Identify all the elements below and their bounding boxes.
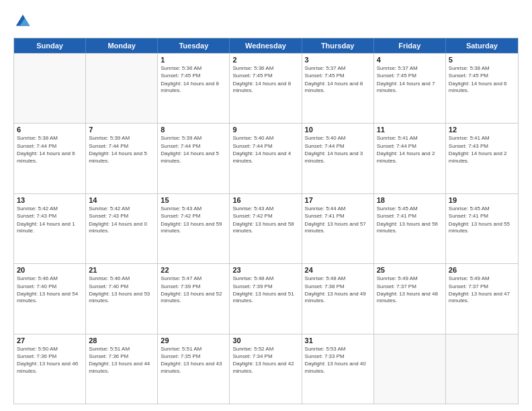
calendar-header: SundayMondayTuesdayWednesdayThursdayFrid… <box>14 38 518 53</box>
calendar: SundayMondayTuesdayWednesdayThursdayFrid… <box>13 38 519 404</box>
sunrise-text: Sunrise: 5:49 AM <box>449 275 515 282</box>
day-cell-17: 17Sunrise: 5:44 AMSunset: 7:41 PMDayligh… <box>302 194 374 263</box>
sunset-text: Sunset: 7:44 PM <box>89 143 154 150</box>
sunset-text: Sunset: 7:44 PM <box>377 143 443 150</box>
empty-cell <box>86 54 158 123</box>
empty-cell <box>446 334 518 404</box>
day-cell-22: 22Sunrise: 5:47 AMSunset: 7:39 PMDayligh… <box>158 264 230 333</box>
day-number: 27 <box>17 336 83 345</box>
day-cell-4: 4Sunrise: 5:37 AMSunset: 7:45 PMDaylight… <box>374 54 446 123</box>
sunset-text: Sunset: 7:44 PM <box>305 143 371 150</box>
day-number: 21 <box>89 266 154 274</box>
header-day-thursday: Thursday <box>302 38 374 53</box>
sunset-text: Sunset: 7:40 PM <box>89 283 154 290</box>
sunset-text: Sunset: 7:44 PM <box>232 143 298 150</box>
daylight-text: Daylight: 13 hours and 54 minutes. <box>17 291 83 305</box>
day-number: 20 <box>17 266 83 274</box>
day-number: 5 <box>449 56 515 64</box>
daylight-text: Daylight: 14 hours and 1 minute. <box>17 221 83 235</box>
day-number: 9 <box>232 126 298 134</box>
sunset-text: Sunset: 7:41 PM <box>449 213 515 220</box>
sunset-text: Sunset: 7:36 PM <box>17 353 83 360</box>
daylight-text: Daylight: 13 hours and 53 minutes. <box>89 291 154 305</box>
daylight-text: Daylight: 13 hours and 42 minutes. <box>232 361 298 375</box>
daylight-text: Daylight: 13 hours and 57 minutes. <box>305 221 371 235</box>
daylight-text: Daylight: 14 hours and 5 minutes. <box>161 150 226 165</box>
sunset-text: Sunset: 7:45 PM <box>305 73 371 79</box>
day-cell-20: 20Sunrise: 5:46 AMSunset: 7:40 PMDayligh… <box>14 264 86 333</box>
sunrise-text: Sunrise: 5:48 AM <box>232 275 298 282</box>
daylight-text: Daylight: 14 hours and 2 minutes. <box>377 150 443 165</box>
sunset-text: Sunset: 7:35 PM <box>161 353 226 360</box>
page: SundayMondayTuesdayWednesdayThursdayFrid… <box>0 0 532 411</box>
day-number: 10 <box>305 126 371 134</box>
sunset-text: Sunset: 7:43 PM <box>17 213 83 220</box>
day-cell-12: 12Sunrise: 5:41 AMSunset: 7:43 PMDayligh… <box>446 124 518 193</box>
sunrise-text: Sunrise: 5:45 AM <box>377 205 443 212</box>
sunrise-text: Sunrise: 5:38 AM <box>17 135 83 142</box>
daylight-text: Daylight: 14 hours and 6 minutes. <box>17 150 83 165</box>
sunset-text: Sunset: 7:37 PM <box>449 283 515 290</box>
daylight-text: Daylight: 13 hours and 56 minutes. <box>377 221 443 235</box>
sunset-text: Sunset: 7:45 PM <box>449 73 515 79</box>
sunrise-text: Sunrise: 5:50 AM <box>17 346 83 353</box>
sunset-text: Sunset: 7:42 PM <box>232 213 298 220</box>
day-number: 30 <box>232 336 298 345</box>
day-number: 31 <box>305 336 371 345</box>
sunset-text: Sunset: 7:45 PM <box>377 73 443 79</box>
day-cell-23: 23Sunrise: 5:48 AMSunset: 7:39 PMDayligh… <box>230 264 302 333</box>
daylight-text: Daylight: 14 hours and 4 minutes. <box>232 150 298 165</box>
day-number: 12 <box>449 126 515 134</box>
header-day-friday: Friday <box>374 38 446 53</box>
day-cell-8: 8Sunrise: 5:39 AMSunset: 7:44 PMDaylight… <box>158 124 230 193</box>
day-number: 6 <box>17 126 83 134</box>
sunset-text: Sunset: 7:41 PM <box>305 213 371 220</box>
logo <box>13 12 35 31</box>
day-number: 23 <box>232 266 298 274</box>
sunrise-text: Sunrise: 5:38 AM <box>449 65 515 72</box>
day-number: 28 <box>89 336 154 345</box>
day-number: 3 <box>305 56 371 64</box>
daylight-text: Daylight: 14 hours and 8 minutes. <box>232 81 298 95</box>
sunrise-text: Sunrise: 5:46 AM <box>17 275 83 282</box>
day-number: 26 <box>449 266 515 274</box>
day-cell-19: 19Sunrise: 5:45 AMSunset: 7:41 PMDayligh… <box>446 194 518 263</box>
day-cell-10: 10Sunrise: 5:40 AMSunset: 7:44 PMDayligh… <box>302 124 374 193</box>
day-cell-21: 21Sunrise: 5:46 AMSunset: 7:40 PMDayligh… <box>86 264 158 333</box>
sunrise-text: Sunrise: 5:44 AM <box>305 205 371 212</box>
header <box>13 12 519 31</box>
day-cell-1: 1Sunrise: 5:36 AMSunset: 7:45 PMDaylight… <box>158 54 230 123</box>
sunset-text: Sunset: 7:41 PM <box>377 213 443 220</box>
day-number: 8 <box>161 126 226 134</box>
header-day-saturday: Saturday <box>446 38 518 53</box>
day-cell-16: 16Sunrise: 5:43 AMSunset: 7:42 PMDayligh… <box>230 194 302 263</box>
day-number: 2 <box>232 56 298 64</box>
sunset-text: Sunset: 7:45 PM <box>161 73 226 79</box>
day-cell-28: 28Sunrise: 5:51 AMSunset: 7:36 PMDayligh… <box>86 334 158 404</box>
sunset-text: Sunset: 7:43 PM <box>89 213 154 220</box>
daylight-text: Daylight: 13 hours and 43 minutes. <box>161 361 226 375</box>
day-number: 15 <box>161 196 226 204</box>
sunrise-text: Sunrise: 5:53 AM <box>305 346 371 353</box>
day-cell-15: 15Sunrise: 5:43 AMSunset: 7:42 PMDayligh… <box>158 194 230 263</box>
day-number: 22 <box>161 266 226 274</box>
sunset-text: Sunset: 7:36 PM <box>89 353 154 360</box>
day-number: 18 <box>377 196 443 204</box>
week-row-2: 6Sunrise: 5:38 AMSunset: 7:44 PMDaylight… <box>14 123 518 193</box>
daylight-text: Daylight: 13 hours and 55 minutes. <box>449 221 515 235</box>
sunrise-text: Sunrise: 5:41 AM <box>377 135 443 142</box>
sunrise-text: Sunrise: 5:39 AM <box>89 135 154 142</box>
day-cell-14: 14Sunrise: 5:42 AMSunset: 7:43 PMDayligh… <box>86 194 158 263</box>
day-number: 4 <box>377 56 443 64</box>
sunrise-text: Sunrise: 5:37 AM <box>305 65 371 72</box>
header-day-tuesday: Tuesday <box>158 38 230 53</box>
sunrise-text: Sunrise: 5:43 AM <box>232 205 298 212</box>
day-cell-13: 13Sunrise: 5:42 AMSunset: 7:43 PMDayligh… <box>14 194 86 263</box>
sunrise-text: Sunrise: 5:47 AM <box>161 275 226 282</box>
daylight-text: Daylight: 13 hours and 40 minutes. <box>305 361 371 375</box>
daylight-text: Daylight: 13 hours and 44 minutes. <box>89 361 154 375</box>
week-row-4: 20Sunrise: 5:46 AMSunset: 7:40 PMDayligh… <box>14 263 518 333</box>
calendar-body: 1Sunrise: 5:36 AMSunset: 7:45 PMDaylight… <box>14 53 518 404</box>
header-day-monday: Monday <box>86 38 158 53</box>
day-number: 24 <box>305 266 371 274</box>
